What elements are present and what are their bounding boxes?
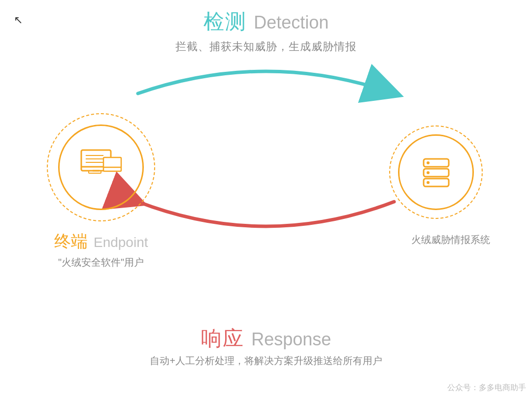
page-container: ↖ 检测 Detection 拦截、捕获未知威胁，生成威胁情报 [0,0,532,399]
detection-title-zh: 检测 [203,10,247,33]
bottom-title-block: 响应 Response [0,325,532,352]
threat-intel-label-sub: 火绒威胁情报系统 [399,233,502,246]
endpoint-circle-outer [47,113,155,221]
watermark-text: 公众号：多多电商助手 [447,383,526,393]
threat-intel-label: 火绒威胁情报系统 [399,230,502,246]
svg-point-17 [427,181,430,184]
svg-rect-5 [89,171,101,173]
node-endpoint [47,113,155,221]
response-subtitle: 自动+人工分析处理，将解决方案升级推送给所有用户 [0,354,532,368]
endpoint-label-sub: "火绒安全软件"用户 [34,256,167,269]
endpoint-label-zh: 终端 [54,232,88,250]
threat-intel-circle-outer [389,125,483,219]
endpoint-label: 终端 Endpoint "火绒安全软件"用户 [34,230,167,269]
response-title-zh: 响应 [201,327,244,350]
endpoint-label-en: Endpoint [94,235,148,250]
svg-point-13 [427,161,430,164]
svg-point-15 [427,171,430,174]
endpoint-circle-inner [58,124,144,210]
response-title-en: Response [251,329,331,349]
svg-rect-6 [103,157,121,171]
detection-title-en: Detection [254,12,329,32]
server-icon [418,154,455,191]
endpoint-icon [79,148,123,187]
detection-subtitle: 拦截、捕获未知威胁，生成威胁情报 [0,39,532,54]
node-threat-intel [389,125,483,219]
threat-intel-circle-inner [398,134,474,210]
top-title-block: 检测 Detection [0,8,532,35]
